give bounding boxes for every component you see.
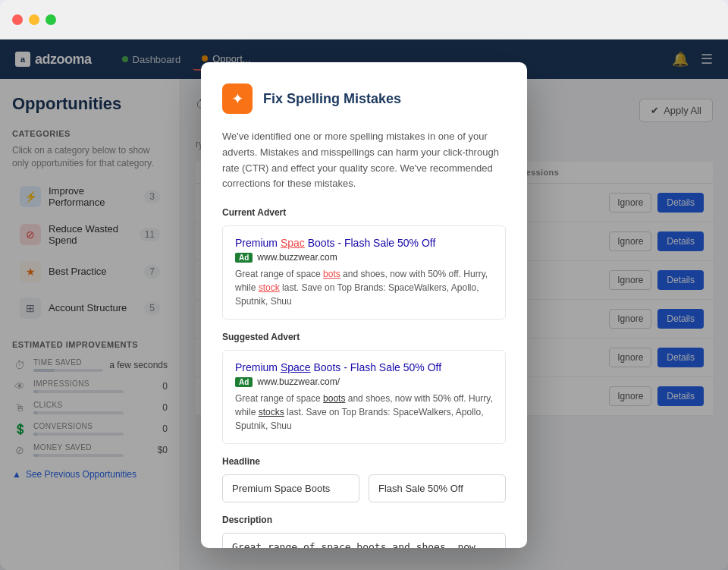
- current-ad-description: Great range of space bots and shoes, now…: [235, 267, 493, 308]
- fix-spelling-modal: ✦ Fix Spelling Mistakes We've identified…: [201, 62, 527, 548]
- modal-overlay: ✦ Fix Spelling Mistakes We've identified…: [0, 39, 728, 570]
- headline-field-2[interactable]: [369, 474, 506, 502]
- modal-title: Fix Spelling Mistakes: [263, 91, 401, 107]
- ad-badge: Ad: [235, 377, 253, 387]
- suggested-ad-headline: Premium Space Boots - Flash Sale 50% Off: [235, 361, 493, 373]
- headline-field-2-group: [369, 474, 506, 502]
- headline-fields: [222, 474, 506, 502]
- minimize-button[interactable]: [29, 14, 39, 25]
- headline-label: Headline: [222, 456, 506, 467]
- description-label: Description: [222, 515, 506, 525]
- headline-field-1[interactable]: [222, 474, 359, 502]
- suggested-advert-label: Suggested Advert: [222, 332, 506, 342]
- modal-description: We've identified one or more spelling mi…: [222, 129, 506, 192]
- desc-error2: stock: [259, 282, 280, 293]
- headline-highlight: Space: [281, 361, 311, 373]
- desc-highlight2: stocks: [259, 407, 284, 417]
- ad-badge: Ad: [235, 253, 253, 263]
- current-ad-url: www.buzzwear.com: [257, 252, 337, 263]
- current-ad-preview: Premium Spac Boots - Flash Sale 50% Off …: [222, 225, 506, 320]
- desc-highlight1: boots: [323, 393, 345, 404]
- suggested-ad-url: www.buzzwear.com/: [257, 376, 340, 387]
- close-button[interactable]: [12, 14, 23, 25]
- maximize-button[interactable]: [46, 14, 56, 25]
- description-group: [222, 533, 506, 548]
- suggested-ad-description: Great range of space boots and shoes, no…: [235, 392, 493, 433]
- traffic-lights: [12, 14, 56, 25]
- headline-error: Spac: [281, 237, 305, 249]
- current-advert-label: Current Advert: [222, 207, 506, 218]
- suggested-ad-preview: Premium Space Boots - Flash Sale 50% Off…: [222, 350, 506, 444]
- window-chrome: [0, 0, 728, 39]
- headline-field-1-group: [222, 474, 359, 502]
- current-ad-headline: Premium Spac Boots - Flash Sale 50% Off: [235, 237, 493, 249]
- description-input[interactable]: [222, 533, 506, 548]
- desc-error1: bots: [323, 269, 340, 279]
- suggested-ad-url-line: Ad www.buzzwear.com/: [235, 376, 493, 387]
- current-ad-url-line: Ad www.buzzwear.com: [235, 252, 493, 263]
- modal-header: ✦ Fix Spelling Mistakes: [222, 83, 506, 114]
- modal-icon: ✦: [222, 83, 253, 114]
